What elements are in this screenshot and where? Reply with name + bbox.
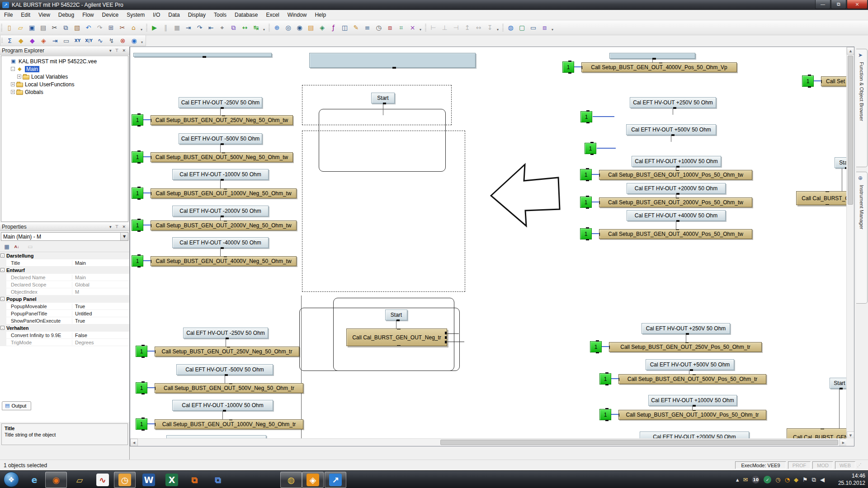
property-row[interactable]: TrigModeDegrees bbox=[0, 339, 129, 346]
call-userfunction-block[interactable]: Call Cal_BURST_GEN_OUT_Neg_tr bbox=[346, 328, 447, 346]
collapse-icon[interactable]: - bbox=[0, 297, 5, 301]
title-bar[interactable]: ↗ KAL BURST mit HP 54522C - Agilent VEE … bbox=[0, 0, 868, 10]
tree-item-local-variables[interactable]: +Local Variables bbox=[2, 73, 128, 80]
property-row[interactable]: Declared NameMain bbox=[0, 274, 129, 281]
iterator-block[interactable]: 1 bbox=[132, 114, 143, 126]
menu-help[interactable]: Help bbox=[311, 10, 330, 19]
globe-icon[interactable]: ◍ bbox=[505, 23, 516, 33]
property-category[interactable]: -Popup Panel bbox=[0, 296, 129, 303]
sigma-icon[interactable]: Σ bbox=[5, 36, 15, 46]
taskbar-tline[interactable]: ∿ bbox=[92, 472, 113, 488]
tray-sync-icon[interactable]: ✓ bbox=[764, 476, 771, 483]
cal-eft-button[interactable]: Cal EFT HV-OUT -4000V 50 Ohm bbox=[172, 237, 269, 248]
open-icon[interactable]: ▱ bbox=[15, 23, 26, 33]
window-icon[interactable]: ⧈ bbox=[385, 23, 395, 33]
start-button[interactable]: Start bbox=[371, 93, 395, 103]
redo-icon[interactable]: ↷ bbox=[94, 23, 105, 33]
call-block[interactable]: 1Call Setup_BUST_GEN_OUT_1000V_Pos_50_Oh… bbox=[580, 170, 752, 180]
cal-eft-button[interactable]: Cal EFT HV-OUT +1000V 50 Ohm bbox=[648, 395, 737, 406]
cal-eft-button[interactable]: Cal EFT HV-OUT -250V 50 Ohm bbox=[179, 97, 262, 108]
cal-eft-button[interactable]: Cal EFT HV-OUT -500V 50 Ohm bbox=[176, 364, 273, 375]
property-row[interactable]: ObjectIndexM bbox=[0, 288, 129, 296]
cut-icon[interactable]: ✂ bbox=[49, 23, 60, 33]
taskbar-excel[interactable]: X bbox=[161, 472, 183, 488]
menu-data[interactable]: Data bbox=[164, 10, 184, 19]
chevron-down-icon[interactable]: ▾ bbox=[108, 48, 113, 53]
size-step-icon[interactable]: ↹ bbox=[251, 23, 261, 33]
zoom-icon[interactable]: ⊕ bbox=[272, 23, 282, 33]
close-icon[interactable]: ✕ bbox=[120, 48, 127, 53]
find-icon[interactable]: ◎ bbox=[283, 23, 293, 33]
iterator-block[interactable]: 1 bbox=[599, 409, 611, 420]
taskbar-firefox[interactable]: ◉ bbox=[45, 472, 67, 488]
chevron-down-icon[interactable]: ▾ bbox=[108, 225, 113, 229]
horizontal-scrollbar[interactable]: ◀ ▶ bbox=[130, 438, 847, 446]
strip-chart-icon[interactable]: X|Y bbox=[84, 36, 94, 46]
menu-system[interactable]: System bbox=[123, 10, 149, 19]
cal-eft-button[interactable]: Cal EFT HV-OUT -2000V 50 Ohm bbox=[172, 206, 269, 216]
instrument-find-icon[interactable]: ◈ bbox=[317, 23, 327, 33]
start-orb[interactable]: ❖ bbox=[4, 472, 19, 487]
waveform-icon[interactable]: ∿ bbox=[95, 36, 105, 46]
toolbar-overflow-icon[interactable]: ▾ bbox=[420, 28, 421, 32]
taskbar-remote-desktop[interactable]: ⧉ bbox=[184, 472, 205, 488]
iterator-block[interactable]: 1 bbox=[590, 341, 602, 352]
cal-eft-button[interactable]: Cal EFT HV-OUT +1000V 50 Ohm bbox=[632, 156, 721, 167]
delete-icon[interactable]: × bbox=[407, 23, 418, 33]
property-category[interactable]: -Darstellung bbox=[0, 252, 129, 259]
cal-eft-button[interactable]: Cal EFT HV-OUT +4000V 50 Ohm bbox=[627, 210, 726, 221]
call-block[interactable]: 1Call Setup_BUST_GEN_OUT_4000V_Neg_50_Oh… bbox=[132, 256, 297, 266]
bring-front-icon[interactable]: ⧉ bbox=[228, 23, 239, 33]
taskbar-ie[interactable]: e bbox=[24, 472, 45, 488]
menu-debug[interactable]: Debug bbox=[54, 10, 78, 19]
alert-icon[interactable]: ◉ bbox=[129, 36, 139, 46]
property-row[interactable]: Convert Infinity to 9.9EFalse bbox=[0, 332, 129, 339]
taskbar-clock[interactable]: 14:46 25.10.2012 bbox=[826, 472, 865, 487]
web-icon[interactable]: ▢ bbox=[517, 23, 527, 33]
call-block[interactable]: 1Call Setup_BUST_GEN_OUT_4000V_Pos_50_Oh… bbox=[562, 62, 737, 72]
align-left-icon[interactable]: ⊢ bbox=[428, 23, 439, 33]
snip-icon[interactable]: ✂ bbox=[117, 23, 127, 33]
tab-function-object-browser[interactable]: ➤Function & Object Browser bbox=[856, 49, 868, 167]
iterator-block[interactable]: 1 bbox=[802, 75, 814, 87]
print-icon[interactable]: ▤ bbox=[38, 23, 48, 33]
properties-header[interactable]: Properties ▾ ⊤ ✕ bbox=[0, 223, 129, 231]
menu-window[interactable]: Window bbox=[283, 10, 311, 19]
chart-window-icon[interactable]: ⧈ bbox=[539, 23, 550, 33]
toolbar-overflow-icon[interactable]: ▾ bbox=[263, 28, 265, 32]
expand-icon[interactable]: + bbox=[11, 90, 15, 94]
call-block[interactable]: 1Call Setup_BUST_GEN_OUT_500V_Pos_50_Ohm… bbox=[599, 374, 766, 384]
cal-eft-button[interactable]: Cal EFT HV-OUT -500V 50 Ohm bbox=[179, 133, 262, 144]
iterator-block[interactable]: 1 bbox=[132, 151, 143, 163]
call-block[interactable]: 1Call Setup_BUST_GEN_OUT_1000V_Pos_50_Oh… bbox=[599, 410, 766, 420]
expand-icon[interactable]: + bbox=[17, 75, 21, 79]
options-icon[interactable]: ▤ bbox=[306, 23, 316, 33]
step-into-icon[interactable]: ⇥ bbox=[183, 23, 193, 33]
find-next-icon[interactable]: ◉ bbox=[294, 23, 305, 33]
cal-eft-button[interactable]: Cal EFT HV-OUT +250V 50 Ohm bbox=[630, 97, 716, 108]
fx-icon[interactable]: ƒ bbox=[328, 23, 339, 33]
menu-database[interactable]: Database bbox=[231, 10, 262, 19]
collapse-icon[interactable]: - bbox=[0, 268, 5, 272]
call-block[interactable]: 1Call Setup_BUST_GEN_OUT_1000V_Neg_50_Oh… bbox=[136, 419, 303, 429]
iterator-block[interactable]: 1 bbox=[132, 220, 143, 231]
pause-icon[interactable]: ‖ bbox=[160, 23, 171, 33]
clipped-object[interactable] bbox=[309, 53, 476, 68]
to-file-icon[interactable]: ⇥ bbox=[50, 36, 60, 46]
tray-update-icon[interactable]: ◔ bbox=[785, 476, 790, 483]
tab-output[interactable]: ▤ Output bbox=[2, 401, 31, 410]
collapse-icon[interactable]: - bbox=[0, 326, 5, 330]
collapse-icon[interactable]: - bbox=[0, 253, 5, 258]
edit-props-icon[interactable]: ✎ bbox=[351, 23, 361, 33]
clipped-object[interactable] bbox=[133, 53, 272, 57]
stop-object-icon[interactable]: ⊗ bbox=[118, 36, 128, 46]
tree-item-kal-burst-mit-hp-c-vee[interactable]: ▣KAL BURST mit HP 54522C.vee bbox=[2, 57, 128, 65]
horizontal-scroll-thumb[interactable] bbox=[440, 440, 838, 445]
property-row[interactable]: Declared ScopeGlobal bbox=[0, 281, 129, 288]
menu-file[interactable]: File bbox=[0, 10, 17, 19]
property-row[interactable]: PopupMoveableTrue bbox=[0, 303, 129, 310]
step-over-icon[interactable]: ↷ bbox=[194, 23, 205, 33]
call-block[interactable]: 1Call Setup_BUST_GEN_OUT_250V_Neg_50_Ohm… bbox=[136, 347, 299, 357]
distribute-h-icon[interactable]: ↔ bbox=[473, 23, 484, 33]
toolbar-overflow-icon[interactable]: ▾ bbox=[497, 28, 499, 32]
